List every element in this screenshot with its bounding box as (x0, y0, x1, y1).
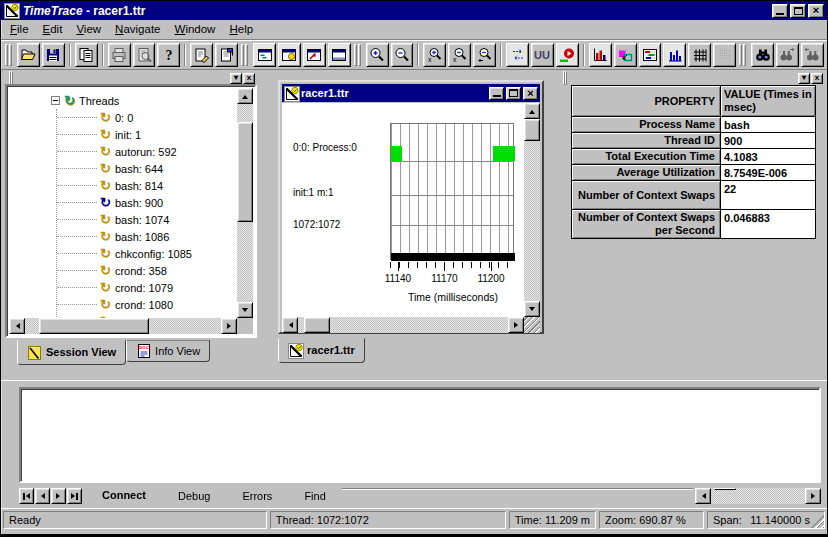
scrollbar-thumb[interactable] (714, 488, 736, 490)
toolbar-edit-session-button[interactable] (190, 43, 213, 67)
toolbar-zoom-out-x-button[interactable]: x (448, 43, 471, 67)
scrollbar-thumb[interactable] (524, 119, 540, 141)
output-console[interactable] (19, 387, 821, 483)
tab-scroll-left-button[interactable] (35, 488, 50, 504)
minimize-button[interactable] (772, 4, 788, 18)
chart-segment[interactable] (391, 253, 515, 261)
scroll-down-button[interactable] (237, 302, 253, 318)
toolbar-zoom-in-x-button[interactable]: x (423, 43, 446, 67)
menu-item-navigate[interactable]: Navigate (108, 21, 167, 38)
scrollbar-thumb[interactable] (39, 318, 149, 334)
toolbar-thread-state-graph-button[interactable] (589, 43, 612, 67)
tab-scroll-first-button[interactable] (19, 488, 34, 504)
menu-item-edit[interactable]: Edit (36, 21, 70, 38)
toolbar-zoom-out-full-button[interactable] (473, 43, 496, 67)
scroll-up-button[interactable] (237, 88, 253, 104)
toolbar-run-control-button[interactable] (556, 43, 579, 67)
tab-info-view[interactable]: DOCInfo View (126, 340, 210, 362)
tree-item-bash-644[interactable]: ↻bash: 644 (57, 160, 237, 177)
properties-pane-grip[interactable]: ▾ x (559, 72, 825, 84)
tree-item-bash-900[interactable]: ↻bash: 900 (57, 194, 237, 211)
tab-scroll-right-button[interactable] (51, 488, 66, 504)
scroll-up-button[interactable] (524, 103, 540, 119)
toolbar-toggle-output-view-button[interactable] (328, 43, 351, 67)
toolbar-open-button[interactable] (17, 43, 40, 67)
chart-segment[interactable] (391, 146, 402, 161)
mdi-tab-racer1[interactable]: racer1.ttr (278, 338, 365, 363)
tab-scroll-last-button[interactable] (67, 488, 82, 504)
toolbar-gripper[interactable] (5, 44, 12, 66)
toolbar-gripper[interactable] (739, 44, 746, 66)
tree-item-crond-358[interactable]: ↻crond: 358 (57, 262, 237, 279)
pane-menu-button[interactable]: ▾ (230, 73, 242, 84)
output-tab-errors[interactable]: Errors (226, 488, 288, 505)
toolbar-edit-properties-button[interactable] (215, 43, 238, 67)
scrollbar-thumb[interactable] (237, 122, 253, 222)
close-button[interactable]: × (808, 4, 824, 18)
toolbar-unzoom-button[interactable]: UU (531, 43, 554, 67)
title-bar[interactable]: TimeTrace - racer1.ttr × (1, 1, 827, 20)
toolbar-grid-button[interactable] (688, 43, 711, 67)
thread-timeline-chart[interactable]: 111401117011200 Time (milliseconds) 0:0:… (282, 103, 524, 317)
output-tab-find[interactable]: Find (288, 488, 341, 505)
chart-close-button[interactable]: × (523, 87, 538, 100)
toolbar-toggle-info-view-button[interactable] (278, 43, 301, 67)
scrollbar-track[interactable] (237, 104, 253, 302)
output-tab-connect[interactable]: Connect (86, 487, 162, 506)
toolbar-copy-button[interactable] (75, 43, 98, 67)
tree-collapse-box[interactable] (51, 96, 60, 105)
menu-item-window[interactable]: Window (168, 21, 223, 38)
chart-horizontal-scrollbar[interactable] (282, 317, 524, 333)
tree-item-0-0[interactable]: ↻0: 0 (57, 109, 237, 126)
output-horizontal-scrollbar[interactable] (695, 488, 821, 504)
chart-maximize-button[interactable] (506, 87, 521, 100)
tree-item-bash-814[interactable]: ↻bash: 814 (57, 177, 237, 194)
chart-plot-grid[interactable] (390, 123, 514, 260)
scrollbar-track[interactable] (25, 318, 221, 334)
pane-menu-button[interactable]: ▾ (798, 73, 810, 84)
pane-close-button[interactable]: x (243, 73, 255, 84)
toolbar-zoom-out-button[interactable] (391, 43, 414, 67)
pane-close-button[interactable]: x (811, 73, 823, 84)
scroll-left-button[interactable] (9, 318, 25, 334)
chart-window-title-bar[interactable]: racer1.ttr × (282, 84, 540, 102)
scroll-down-button[interactable] (524, 301, 540, 317)
menu-item-help[interactable]: Help (222, 21, 260, 38)
scroll-left-button[interactable] (695, 488, 711, 504)
tree-item-bash-1086[interactable]: ↻bash: 1086 (57, 228, 237, 245)
chart-resize-grip[interactable] (524, 317, 540, 333)
toolbar-save-button[interactable] (42, 43, 65, 67)
scrollbar-thumb[interactable] (304, 317, 330, 333)
toolbar-zoom-in-button[interactable] (366, 43, 389, 67)
toolbar-help-button[interactable]: ? (157, 43, 180, 67)
tree-vertical-scrollbar[interactable] (237, 88, 253, 318)
tree-item-bash-1074[interactable]: ↻bash: 1074 (57, 211, 237, 228)
menu-item-view[interactable]: View (69, 21, 108, 38)
output-tab-debug[interactable]: Debug (162, 488, 226, 505)
tree-item-autorun-592[interactable]: ↻autorun: 592 (57, 143, 237, 160)
scroll-left-button[interactable] (282, 317, 298, 333)
scroll-right-button[interactable] (805, 488, 821, 504)
toolbar-find-button[interactable] (751, 43, 774, 67)
tree-item-chkconfig-1085[interactable]: ↻chkconfig: 1085 (57, 245, 237, 262)
chart-segment[interactable] (493, 146, 515, 161)
scroll-right-button[interactable] (221, 318, 237, 334)
tree-root-threads[interactable]: ↻ Threads (51, 92, 237, 109)
scrollbar-track[interactable] (524, 119, 540, 301)
toolbar-move-view-button[interactable] (614, 43, 637, 67)
toolbar-swap-direction-button[interactable] (506, 43, 529, 67)
chart-vertical-scrollbar[interactable] (524, 103, 540, 317)
toolbar-toggle-trace-view-button[interactable] (303, 43, 326, 67)
scrollbar-track[interactable] (711, 488, 805, 504)
menu-item-file[interactable]: File (3, 21, 36, 38)
toolbar-thread-graph-button[interactable] (639, 43, 662, 67)
window-resize-grip[interactable] (811, 515, 824, 528)
tab-session-view[interactable]: Session View (17, 340, 126, 365)
tree-item-init-1[interactable]: ↻init: 1 (57, 126, 237, 143)
tree-horizontal-scrollbar[interactable] (9, 318, 237, 334)
scrollbar-track[interactable] (298, 317, 508, 333)
toolbar-gripper[interactable] (354, 44, 361, 66)
toolbar-gripper[interactable] (241, 44, 248, 66)
session-pane-grip[interactable]: ▾ x (5, 72, 257, 84)
tree-item-crond-1080[interactable]: ↻crond: 1080 (57, 296, 237, 313)
